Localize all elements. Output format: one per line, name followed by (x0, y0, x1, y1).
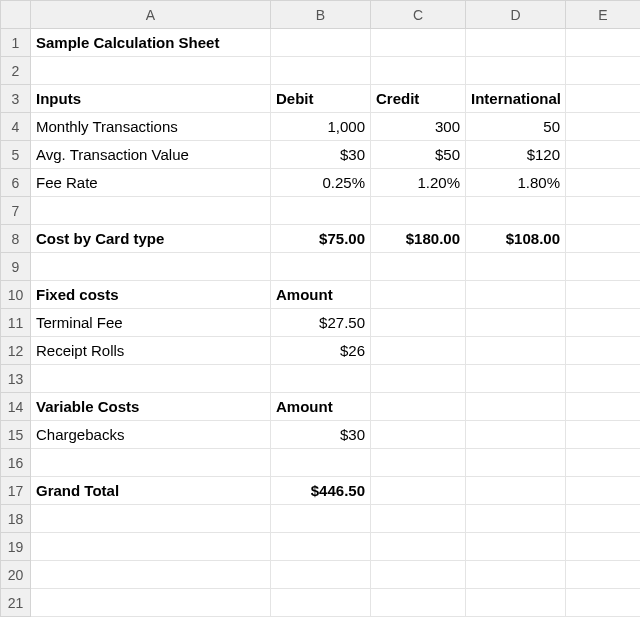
cell-B10[interactable]: Amount (271, 281, 371, 309)
row-header-12[interactable]: 12 (1, 337, 31, 365)
cell-B20[interactable] (271, 561, 371, 589)
cell-C12[interactable] (371, 337, 466, 365)
row-header-21[interactable]: 21 (1, 589, 31, 617)
cell-D3[interactable]: International (466, 85, 566, 113)
cell-C10[interactable] (371, 281, 466, 309)
row-header-2[interactable]: 2 (1, 57, 31, 85)
cell-C16[interactable] (371, 449, 466, 477)
cell-D19[interactable] (466, 533, 566, 561)
cell-B18[interactable] (271, 505, 371, 533)
cell-B4[interactable]: 1,000 (271, 113, 371, 141)
cell-E20[interactable] (566, 561, 640, 589)
row-header-5[interactable]: 5 (1, 141, 31, 169)
cell-C15[interactable] (371, 421, 466, 449)
row-header-19[interactable]: 19 (1, 533, 31, 561)
cell-A19[interactable] (31, 533, 271, 561)
cell-A9[interactable] (31, 253, 271, 281)
cell-A13[interactable] (31, 365, 271, 393)
cell-C4[interactable]: 300 (371, 113, 466, 141)
cell-C18[interactable] (371, 505, 466, 533)
cell-E4[interactable] (566, 113, 640, 141)
cell-D2[interactable] (466, 57, 566, 85)
cell-B2[interactable] (271, 57, 371, 85)
cell-C5[interactable]: $50 (371, 141, 466, 169)
cell-A17[interactable]: Grand Total (31, 477, 271, 505)
cell-A11[interactable]: Terminal Fee (31, 309, 271, 337)
row-header-15[interactable]: 15 (1, 421, 31, 449)
cell-B1[interactable] (271, 29, 371, 57)
cell-B12[interactable]: $26 (271, 337, 371, 365)
cell-C1[interactable] (371, 29, 466, 57)
cell-A18[interactable] (31, 505, 271, 533)
cell-A2[interactable] (31, 57, 271, 85)
cell-C3[interactable]: Credit (371, 85, 466, 113)
cell-B16[interactable] (271, 449, 371, 477)
cell-C8[interactable]: $180.00 (371, 225, 466, 253)
cell-B15[interactable]: $30 (271, 421, 371, 449)
cell-A5[interactable]: Avg. Transaction Value (31, 141, 271, 169)
cell-B17[interactable]: $446.50 (271, 477, 371, 505)
cell-D6[interactable]: 1.80% (466, 169, 566, 197)
cell-C2[interactable] (371, 57, 466, 85)
cell-A15[interactable]: Chargebacks (31, 421, 271, 449)
cell-E7[interactable] (566, 197, 640, 225)
cell-B21[interactable] (271, 589, 371, 617)
cell-E8[interactable] (566, 225, 640, 253)
cell-C21[interactable] (371, 589, 466, 617)
cell-D7[interactable] (466, 197, 566, 225)
cell-E15[interactable] (566, 421, 640, 449)
cell-E10[interactable] (566, 281, 640, 309)
row-header-8[interactable]: 8 (1, 225, 31, 253)
row-header-3[interactable]: 3 (1, 85, 31, 113)
cell-D20[interactable] (466, 561, 566, 589)
cell-B19[interactable] (271, 533, 371, 561)
col-header-C[interactable]: C (371, 1, 466, 29)
cell-E11[interactable] (566, 309, 640, 337)
row-header-11[interactable]: 11 (1, 309, 31, 337)
row-header-6[interactable]: 6 (1, 169, 31, 197)
cell-D4[interactable]: 50 (466, 113, 566, 141)
row-header-20[interactable]: 20 (1, 561, 31, 589)
cell-C17[interactable] (371, 477, 466, 505)
row-header-1[interactable]: 1 (1, 29, 31, 57)
cell-E16[interactable] (566, 449, 640, 477)
cell-B8[interactable]: $75.00 (271, 225, 371, 253)
cell-E17[interactable] (566, 477, 640, 505)
cell-E1[interactable] (566, 29, 640, 57)
cell-D9[interactable] (466, 253, 566, 281)
cell-D15[interactable] (466, 421, 566, 449)
corner-header[interactable] (1, 1, 31, 29)
col-header-E[interactable]: E (566, 1, 640, 29)
cell-A14[interactable]: Variable Costs (31, 393, 271, 421)
cell-B11[interactable]: $27.50 (271, 309, 371, 337)
spreadsheet-grid[interactable]: A B C D E 1 Sample Calculation Sheet 2 3… (0, 0, 640, 617)
cell-C7[interactable] (371, 197, 466, 225)
cell-B13[interactable] (271, 365, 371, 393)
cell-E9[interactable] (566, 253, 640, 281)
cell-D11[interactable] (466, 309, 566, 337)
cell-E18[interactable] (566, 505, 640, 533)
cell-A16[interactable] (31, 449, 271, 477)
col-header-D[interactable]: D (466, 1, 566, 29)
row-header-16[interactable]: 16 (1, 449, 31, 477)
cell-E2[interactable] (566, 57, 640, 85)
row-header-9[interactable]: 9 (1, 253, 31, 281)
cell-C11[interactable] (371, 309, 466, 337)
cell-E6[interactable] (566, 169, 640, 197)
row-header-14[interactable]: 14 (1, 393, 31, 421)
row-header-7[interactable]: 7 (1, 197, 31, 225)
cell-D12[interactable] (466, 337, 566, 365)
cell-E3[interactable] (566, 85, 640, 113)
cell-A20[interactable] (31, 561, 271, 589)
cell-E19[interactable] (566, 533, 640, 561)
cell-A21[interactable] (31, 589, 271, 617)
row-header-17[interactable]: 17 (1, 477, 31, 505)
row-header-4[interactable]: 4 (1, 113, 31, 141)
row-header-10[interactable]: 10 (1, 281, 31, 309)
cell-A8[interactable]: Cost by Card type (31, 225, 271, 253)
cell-A4[interactable]: Monthly Transactions (31, 113, 271, 141)
cell-C13[interactable] (371, 365, 466, 393)
cell-B7[interactable] (271, 197, 371, 225)
col-header-A[interactable]: A (31, 1, 271, 29)
cell-E12[interactable] (566, 337, 640, 365)
